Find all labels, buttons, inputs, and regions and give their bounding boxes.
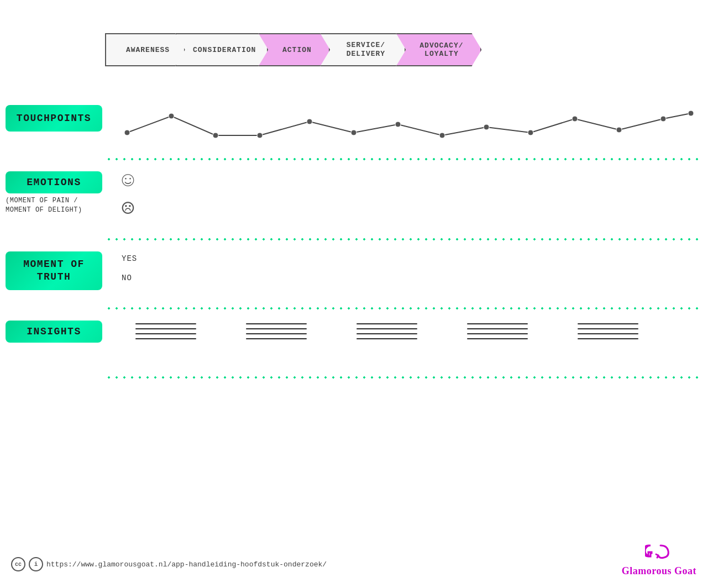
phases-row: AWARENESS CONSIDERATION ACTION SERVICE/D…	[105, 33, 471, 66]
phase-awareness-label: AWARENESS	[126, 46, 170, 54]
insights-col-5	[578, 323, 638, 339]
divider-mot	[105, 307, 702, 310]
svg-point-2	[213, 133, 218, 138]
gg-icon	[645, 541, 673, 563]
svg-point-5	[351, 130, 356, 135]
insights-col-1	[135, 323, 196, 339]
mot-no: NO	[122, 274, 132, 282]
insights-col-2	[246, 323, 307, 339]
svg-point-3	[257, 133, 263, 138]
footer-area: cc i https://www.glamorousgoat.nl/app-ha…	[11, 557, 327, 571]
svg-point-13	[688, 111, 694, 116]
phase-action-label: ACTION	[282, 46, 312, 54]
svg-point-10	[572, 116, 578, 122]
emotions-sublabel: (MOMENT OF PAIN /MOMENT OF DELIGHT)	[6, 196, 82, 215]
svg-point-8	[484, 124, 489, 130]
divider-emotions	[105, 238, 702, 241]
svg-point-1	[169, 113, 174, 119]
phase-action: ACTION	[258, 33, 330, 66]
insights-col-3	[356, 323, 417, 339]
emotions-label: EMOTIONS	[6, 171, 102, 193]
svg-point-7	[439, 133, 445, 138]
svg-point-12	[660, 116, 666, 122]
divider-touchpoints	[105, 158, 702, 161]
info-icon: i	[29, 557, 43, 571]
glamorous-goat-logo: Glamorous Goat	[622, 541, 696, 577]
phase-service: SERVICE/DELIVERY	[320, 33, 406, 66]
svg-point-11	[616, 127, 622, 133]
moment-of-truth-label: MOMENT OFTRUTH	[6, 251, 102, 290]
cc-icon: cc	[11, 557, 25, 571]
smiley-happy: ☺	[122, 169, 134, 192]
gg-brand-text: Glamorous Goat	[622, 565, 696, 577]
phase-advocacy: ADVOCACY/LOYALTY	[396, 33, 481, 66]
footer-url: https://www.glamorousgoat.nl/app-handlei…	[46, 560, 327, 569]
svg-point-4	[307, 119, 312, 124]
insights-col-4	[467, 323, 528, 339]
phase-consideration-label: CONSIDERATION	[193, 46, 256, 54]
touchpoints-chart	[105, 91, 702, 152]
mot-yes: YES	[122, 254, 137, 263]
insights-label: INSIGHTS	[6, 321, 102, 343]
smiley-sad: ☹	[122, 196, 134, 222]
phase-consideration: CONSIDERATION	[175, 33, 268, 66]
divider-insights	[105, 376, 702, 379]
phase-service-label: SERVICE/DELIVERY	[347, 41, 385, 58]
touchpoints-label: TOUCHPOINTS	[6, 105, 102, 132]
svg-point-6	[395, 122, 401, 127]
svg-point-9	[528, 130, 533, 135]
svg-point-0	[124, 130, 130, 135]
phase-awareness: AWARENESS	[105, 33, 185, 66]
phase-advocacy-label: ADVOCACY/LOYALTY	[420, 41, 463, 58]
